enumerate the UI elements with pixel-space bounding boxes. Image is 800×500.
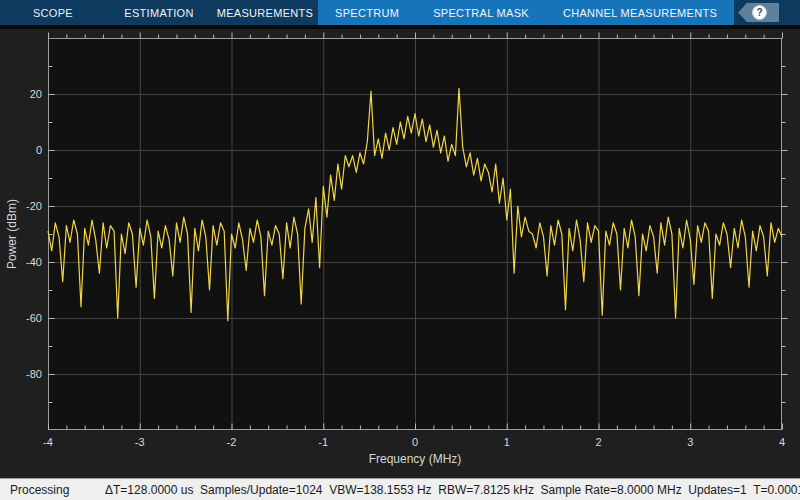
x-tick-label: 1 — [487, 435, 527, 449]
x-tick-label: -1 — [303, 435, 343, 449]
status-state: Processing — [10, 483, 105, 497]
tab-spectrum[interactable]: SPECTRUM — [318, 0, 416, 25]
status-details: ΔT=128.0000 us Samples/Update=1024 VBW=1… — [105, 483, 800, 497]
tab-estimation[interactable]: ESTIMATION — [106, 0, 212, 25]
tab-group-highlighted: SPECTRUM SPECTRAL MASK CHANNEL MEASUREME… — [318, 0, 734, 25]
y-axis-label: Power (dBm) — [5, 134, 19, 334]
help-icon: ? — [752, 5, 767, 20]
y-tick-label: -20 — [0, 199, 42, 213]
y-tick-label: -60 — [0, 311, 42, 325]
figure-top-strip — [0, 25, 800, 29]
toolstrip: SCOPE ESTIMATION MEASUREMENTS SPECTRUM S… — [0, 0, 800, 25]
tab-group-main: SCOPE ESTIMATION MEASUREMENTS — [0, 0, 318, 25]
y-tick-label: 20 — [0, 87, 42, 101]
x-tick-label: -2 — [212, 435, 252, 449]
tab-spectral-mask[interactable]: SPECTRAL MASK — [416, 0, 546, 25]
tab-measurements[interactable]: MEASUREMENTS — [212, 0, 318, 25]
status-bar: Processing ΔT=128.0000 us Samples/Update… — [0, 478, 800, 500]
x-axis-label: Frequency (MHz) — [335, 452, 495, 466]
y-tick-label: -40 — [0, 255, 42, 269]
x-tick-label: -3 — [120, 435, 160, 449]
spectrum-analyzer-window: SCOPE ESTIMATION MEASUREMENTS SPECTRUM S… — [0, 0, 800, 500]
x-tick-label: 2 — [579, 435, 619, 449]
tab-channel-measurements[interactable]: CHANNEL MEASUREMENTS — [546, 0, 734, 25]
x-tick-label: -4 — [28, 435, 68, 449]
figure-area: Power (dBm) 200-20-40-60-80 -4-3-2-10123… — [0, 25, 800, 478]
y-tick-label: -80 — [0, 367, 42, 381]
tab-scope[interactable]: SCOPE — [0, 0, 106, 25]
y-tick-label: 0 — [0, 143, 42, 157]
spectrum-chart — [48, 38, 782, 430]
x-tick-label: 4 — [762, 435, 800, 449]
plot-area[interactable] — [48, 38, 782, 430]
x-tick-label: 3 — [670, 435, 710, 449]
x-tick-label: 0 — [395, 435, 435, 449]
